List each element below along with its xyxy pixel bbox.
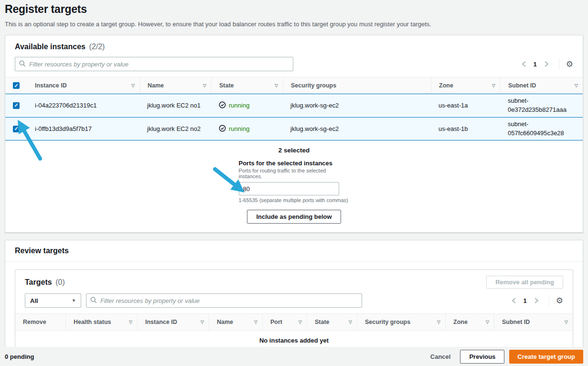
available-instances-panel: Available instances (2/2) 1 ⚙ [5,35,583,233]
check-icon: ✓ [14,126,18,131]
cancel-button[interactable]: Cancel [426,350,456,363]
empty-state-title: No instances added yet [15,337,573,344]
sort-icon: ▽ [275,83,278,88]
column-header-name[interactable]: Name ▽ [209,314,262,330]
include-as-pending-button[interactable]: Include as pending below [247,210,341,224]
sort-icon: ▽ [299,320,302,324]
previous-page-button[interactable] [518,60,530,68]
table-row[interactable]: ✓ i-04a223706d21319c1 jklug.work EC2 no1… [5,94,583,117]
available-table-header: ✓ Instance ID ▽ Name ▽ State ▽ Security … [5,77,583,94]
check-icon: ✓ [14,83,18,88]
column-header-subnet-id[interactable]: Subnet ID ▽ [500,77,583,94]
search-icon [19,60,26,68]
ports-input[interactable] [239,182,339,195]
sort-icon: ▽ [349,320,352,324]
settings-gear-button[interactable]: ⚙ [556,297,563,305]
available-filter-input[interactable] [29,61,289,68]
select-all-checkbox[interactable]: ✓ [13,82,20,89]
remove-all-pending-button[interactable]: Remove all pending [486,276,563,289]
cell-subnet-id: subnet-057fc6609495c3e28 [500,118,583,140]
previous-button[interactable]: Previous [460,350,504,364]
divider [549,295,549,306]
divider [559,58,559,70]
sort-icon: ▽ [131,83,135,88]
targets-pagination: 1 ⚙ [508,295,563,306]
targets-filter-input[interactable] [100,297,358,304]
column-header-health-status[interactable]: Health status ▽ [65,314,137,330]
wizard-footer: 0 pending Cancel Previous Create target … [0,347,588,366]
review-targets-title: Review targets [15,247,69,255]
previous-page-button[interactable] [508,296,520,305]
next-page-button[interactable] [531,296,542,305]
available-instances-header: Available instances (2/2) [15,43,573,51]
available-filter[interactable] [15,57,293,71]
column-header-zone[interactable]: Zone ▽ [431,77,500,94]
pending-count: 0 pending [5,353,34,360]
sort-icon: ▽ [201,320,204,324]
cell-security-groups: jklug.work-sg-ec2 [283,94,431,117]
cell-instance-id: i-0ffb13d3d9a5f7b17 [27,118,139,140]
sort-icon: ▽ [203,83,206,88]
cell-subnet-id: subnet-0e372d235b8271aaa [500,94,583,117]
status-running-icon [219,125,226,133]
search-icon [90,297,97,305]
available-instances-table: ✓ Instance ID ▽ Name ▽ State ▽ Security … [5,77,583,140]
available-instances-title: Available instances [15,43,86,51]
column-header-state[interactable]: State ▽ [211,77,283,94]
row-checkbox[interactable]: ✓ [13,102,20,109]
page-number: 1 [532,61,539,68]
column-header-subnet-id[interactable]: Subnet ID ▽ [494,314,573,330]
targets-header: Targets (0) [25,278,65,287]
targets-filter[interactable] [86,293,362,308]
column-header-remove: Remove [15,314,65,330]
cell-security-groups: jklug.work-sg-ec2 [283,118,431,140]
sort-icon: ▽ [565,320,568,324]
next-page-button[interactable] [541,60,552,68]
cell-name: jklug.work EC2 no2 [139,118,211,140]
cell-zone: us-east-1b [431,118,500,140]
ports-description: Ports for routing traffic to the selecte… [239,168,350,179]
sort-icon: ▽ [575,83,578,88]
ports-form: Ports for the selected instances Ports f… [239,160,350,203]
sort-icon: ▽ [486,320,489,324]
page-description: This is an optional step to create a tar… [5,21,588,28]
page-title: Register targets [0,0,588,16]
sort-icon: ▽ [254,320,257,324]
column-header-security-groups[interactable]: Security groups [283,77,431,94]
table-row[interactable]: ✓ i-0ffb13d3d9a5f7b17 jklug.work EC2 no2… [5,117,583,141]
column-header-instance-id[interactable]: Instance ID ▽ [137,314,209,330]
ports-hint: 1-65535 (separate multiple ports with co… [239,197,350,203]
row-checkbox[interactable]: ✓ [13,126,20,132]
selected-count-text: 2 selected [5,140,583,156]
column-header-state[interactable]: State ▽ [307,314,357,330]
settings-gear-button[interactable]: ⚙ [566,60,573,68]
check-icon: ✓ [14,103,18,108]
targets-count: (0) [55,278,65,286]
column-header-name[interactable]: Name ▽ [139,77,211,94]
targets-table-header: Remove Health status ▽ Instance ID ▽ Nam… [15,313,573,331]
cell-name: jklug.work EC2 no1 [139,94,211,117]
available-pagination: 1 ⚙ [518,58,573,70]
sort-icon: ▽ [492,83,495,88]
page-number: 1 [522,297,529,304]
ports-label: Ports for the selected instances [239,160,350,167]
caret-down-icon: ▼ [72,298,76,303]
cell-state: running [211,94,283,117]
column-header-security-groups[interactable]: Security groups ▽ [357,314,445,330]
targets-title: Targets [25,278,52,286]
filter-type-select[interactable]: All ▼ [25,293,81,308]
sort-icon: ▽ [129,320,132,324]
status-running-icon [219,101,226,110]
create-target-group-button[interactable]: Create target group [509,350,583,364]
sort-icon: ▽ [437,320,440,324]
column-header-instance-id[interactable]: Instance ID ▽ [27,77,139,94]
column-header-port[interactable]: Port ▽ [262,314,307,330]
cell-instance-id: i-04a223706d21319c1 [27,94,139,117]
filter-type-value: All [30,297,38,304]
column-header-zone[interactable]: Zone ▽ [445,314,494,330]
cell-state: running [211,118,283,140]
available-instances-count: (2/2) [89,43,105,51]
cell-zone: us-east-1a [431,94,500,117]
